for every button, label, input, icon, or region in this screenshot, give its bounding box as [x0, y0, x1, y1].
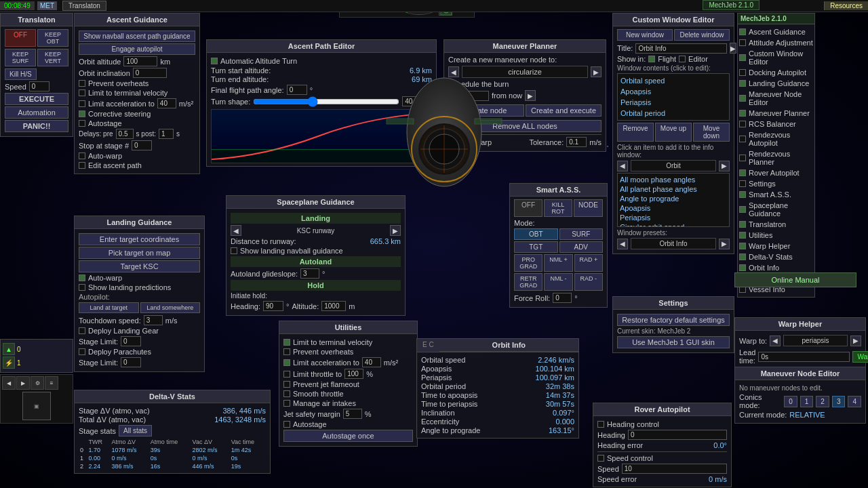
new-window-btn[interactable]: New window — [617, 29, 673, 41]
deploy-gear-check[interactable] — [79, 327, 85, 334]
add-item-all-planet[interactable]: All planet phase angles — [619, 184, 728, 194]
presets-prev[interactable]: ◀ — [617, 239, 628, 249]
show-predictions-check[interactable] — [79, 284, 85, 291]
menu-item-rcs[interactable]: RCS Balancer — [739, 119, 813, 129]
menu-item-landing[interactable]: Landing Guidance — [739, 79, 813, 88]
off-btn[interactable]: OFF — [5, 29, 36, 47]
menu-item-warp[interactable]: Warp Helper — [739, 241, 813, 251]
nml-minus-btn[interactable]: NML - — [544, 273, 572, 291]
ctrl-icon-3[interactable]: ⚙ — [31, 376, 44, 390]
menu-item-rendezvous-auto[interactable]: Rendezvous Autopilot — [739, 130, 813, 148]
autostage-util-check[interactable] — [283, 421, 290, 428]
automation-btn[interactable]: Automation — [5, 106, 68, 119]
force-roll-input[interactable] — [553, 293, 572, 303]
jet-safety-input[interactable] — [343, 409, 362, 419]
rover-speed-input[interactable] — [622, 464, 727, 474]
menu-item-smart-ass[interactable]: Smart A.S.S. — [739, 190, 813, 199]
target-ksc-btn[interactable]: Target KSC — [79, 260, 200, 272]
conics-0[interactable]: 0 — [784, 396, 797, 407]
menu-item-attitude[interactable]: Attitude Adjustment — [739, 38, 813, 47]
enter-target-btn[interactable]: Enter target coordinates — [79, 233, 200, 245]
navball-ascent-btn[interactable]: Show navball ascent path guidance — [79, 30, 195, 42]
smart-ass-off-btn[interactable]: OFF — [514, 199, 542, 217]
content-item-apoapsis[interactable]: Apoapsis — [619, 86, 728, 97]
menu-item-rendezvous-plan[interactable]: Rendezvous Planner — [739, 149, 813, 167]
presets-next[interactable]: ▶ — [719, 239, 730, 249]
menu-item-maneuver-planner[interactable]: Maneuver Planner — [739, 108, 813, 118]
content-item-orbital-speed[interactable]: Orbital speed — [619, 75, 728, 86]
auto-warp-check[interactable] — [79, 152, 85, 159]
smooth-throttle-check[interactable] — [283, 390, 290, 397]
prevent-jet-check[interactable] — [283, 381, 290, 388]
move-up-btn[interactable]: Move up — [655, 123, 692, 142]
glideslope-input[interactable] — [300, 268, 319, 279]
nml-plus-btn[interactable]: NML + — [544, 254, 572, 272]
retr-grad-btn[interactable]: RETR GRAD — [514, 273, 542, 291]
warp-target-prev[interactable]: ◀ — [770, 336, 781, 346]
conics-1[interactable]: 1 — [800, 396, 814, 407]
add-item-circular-speed[interactable]: Circular orbit speed — [619, 222, 728, 227]
add-item-apoapsis[interactable]: Apoapsis — [619, 203, 728, 213]
stop-stage-input[interactable] — [132, 140, 152, 150]
post-delay-input[interactable] — [159, 129, 174, 139]
limit-acc-check[interactable] — [79, 100, 85, 107]
content-item-orbital-period[interactable]: Orbital period — [619, 108, 728, 119]
rad-minus-btn[interactable]: RAD - — [574, 273, 603, 291]
lead-time-input[interactable] — [758, 352, 850, 362]
create-execute-btn[interactable]: Create and execute — [526, 104, 601, 117]
flight-check[interactable] — [648, 56, 655, 62]
land-somewhere-btn[interactable]: Land somewhere — [140, 302, 201, 313]
rover-heading-input[interactable] — [628, 430, 727, 440]
pick-map-btn[interactable]: Pick target on map — [79, 247, 200, 259]
menu-item-rover[interactable]: Rover Autopilot — [739, 168, 813, 178]
content-item-periapsis[interactable]: Periapsis — [619, 97, 728, 108]
warp-target-next[interactable]: ▶ — [850, 336, 861, 346]
move-down-btn[interactable]: Move down — [693, 123, 730, 142]
runway-prev[interactable]: ◀ — [231, 225, 241, 236]
editor-check[interactable] — [679, 56, 686, 62]
orbit-inc-input[interactable] — [133, 68, 167, 78]
all-stats-btn[interactable]: All stats — [119, 425, 152, 436]
add-item-angle-prograde[interactable]: Angle to prograde — [619, 194, 728, 203]
limit-acc-util-check[interactable] — [283, 359, 290, 366]
adv-btn[interactable]: ADV — [559, 241, 604, 253]
limit-acc-input[interactable] — [157, 98, 176, 108]
menu-item-custom-window[interactable]: Custom Window Editor — [739, 49, 813, 66]
speed-ctrl-check[interactable] — [597, 455, 604, 462]
kill-rot-btn[interactable]: KILL ROT — [544, 199, 572, 217]
show-navball-land-check[interactable] — [231, 247, 237, 254]
menu-item-docking[interactable]: Docking Autopilot — [739, 68, 813, 77]
orbit-nav-next[interactable]: ▶ — [719, 161, 730, 171]
touchdown-input[interactable] — [144, 315, 163, 325]
heading-ctrl-check[interactable] — [597, 421, 604, 428]
edit-path-check[interactable] — [79, 162, 85, 169]
menu-item-ascent[interactable]: Ascent Guidance — [739, 27, 813, 37]
keep-surf-btn[interactable]: KEEP SURF — [5, 49, 36, 66]
remove-item-btn[interactable]: Remove — [617, 123, 654, 142]
add-item-all-moon[interactable]: All moon phase angles — [619, 175, 728, 184]
warp-btn[interactable]: Warp — [852, 351, 868, 363]
limit-terminal-util-check[interactable] — [283, 339, 290, 346]
limit-throttle-input[interactable] — [344, 369, 363, 379]
menu-item-spaceplane[interactable]: Spaceplane Guidance — [739, 201, 813, 218]
deploy-chutes-check[interactable] — [79, 348, 85, 355]
auto-warp-land-check[interactable] — [79, 274, 85, 281]
obt-btn[interactable]: OBT — [514, 228, 558, 240]
title-arrow[interactable]: ▶ — [730, 43, 736, 54]
autostage-check[interactable] — [79, 120, 85, 127]
menu-item-maneuver-node[interactable]: Maneuver Node Editor — [739, 89, 813, 107]
window-title-input[interactable] — [635, 43, 727, 54]
panic-btn[interactable]: PANIC!! — [5, 120, 68, 132]
limit-terminal-check[interactable] — [79, 89, 85, 96]
mechjeb1-skin-btn[interactable]: Use MechJeb 1 GUI skin — [617, 336, 730, 348]
conics-3[interactable]: 3 — [832, 396, 846, 407]
orbit-alt-input[interactable] — [123, 56, 157, 66]
final-path-input[interactable] — [287, 85, 307, 95]
limit-acc-util-input[interactable] — [362, 357, 381, 367]
autostage-once-btn[interactable]: Autostage once — [283, 430, 413, 442]
execute-btn[interactable]: EXECUTE — [5, 93, 68, 105]
delete-window-btn[interactable]: Delete window — [674, 29, 730, 41]
land-at-btn[interactable]: Land at target — [79, 302, 139, 313]
auto-alt-turn-check[interactable] — [211, 58, 218, 64]
surf-btn[interactable]: SURF — [559, 228, 604, 240]
